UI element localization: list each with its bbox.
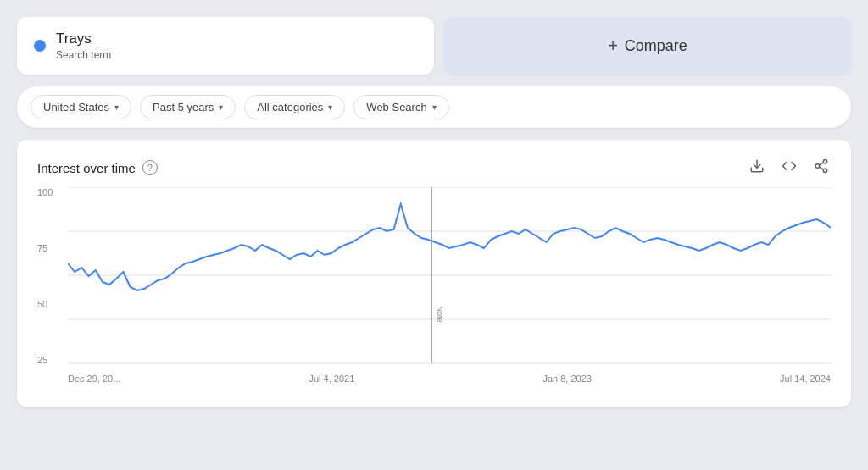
search-term-text: Trays Search term (56, 30, 111, 61)
download-button[interactable] (748, 157, 766, 179)
compare-label: Compare (625, 37, 687, 55)
chevron-down-icon: ▾ (432, 102, 437, 112)
search-dot (34, 40, 46, 52)
filter-time[interactable]: Past 5 years ▾ (140, 95, 236, 119)
x-label-3: Jul 14, 2024 (780, 373, 831, 384)
chart-actions (748, 157, 831, 179)
y-label-75: 75 (37, 243, 63, 253)
chevron-down-icon: ▾ (328, 102, 332, 112)
top-section: Trays Search term + Compare (17, 17, 851, 75)
chart-header: Interest over time ? (37, 157, 831, 179)
y-label-100: 100 (37, 187, 63, 197)
compare-card[interactable]: + Compare (444, 17, 851, 75)
x-label-2: Jan 8, 2023 (542, 373, 592, 384)
filter-search-type[interactable]: Web Search ▾ (353, 95, 448, 119)
svg-text:Note: Note (436, 306, 444, 322)
embed-button[interactable] (780, 157, 798, 179)
help-icon[interactable]: ? (142, 160, 158, 175)
filter-category[interactable]: All categories ▾ (244, 95, 345, 119)
term-name: Trays (56, 30, 111, 47)
chart-area: 100 75 50 25 Note De (37, 187, 831, 390)
filter-time-label: Past 5 years (153, 101, 214, 113)
plus-icon: + (608, 36, 618, 56)
term-label: Search term (56, 49, 111, 61)
svg-line-5 (819, 163, 823, 165)
filter-location[interactable]: United States ▾ (31, 95, 131, 119)
trend-chart: Note (68, 187, 831, 365)
share-button[interactable] (812, 157, 831, 179)
chart-card: Interest over time ? (17, 140, 851, 407)
filter-location-label: United States (43, 101, 109, 113)
chart-title: Interest over time (37, 161, 136, 175)
x-label-0: Dec 29, 20... (68, 373, 120, 384)
chevron-down-icon: ▾ (219, 102, 223, 112)
chevron-down-icon: ▾ (114, 102, 119, 112)
chart-title-group: Interest over time ? (37, 160, 158, 175)
filters-bar: United States ▾ Past 5 years ▾ All categ… (17, 86, 851, 128)
svg-line-4 (819, 167, 823, 169)
x-label-1: Jul 4, 2021 (309, 373, 354, 384)
y-label-50: 50 (37, 299, 63, 309)
y-axis-labels: 100 75 50 25 (37, 187, 63, 365)
filter-category-label: All categories (257, 101, 323, 113)
search-term-card: Trays Search term (17, 17, 434, 75)
y-label-25: 25 (37, 355, 63, 365)
x-axis-labels: Dec 29, 20... Jul 4, 2021 Jan 8, 2023 Ju… (68, 367, 831, 390)
filter-search-type-label: Web Search (366, 101, 426, 113)
chart-inner: Note (68, 187, 831, 365)
